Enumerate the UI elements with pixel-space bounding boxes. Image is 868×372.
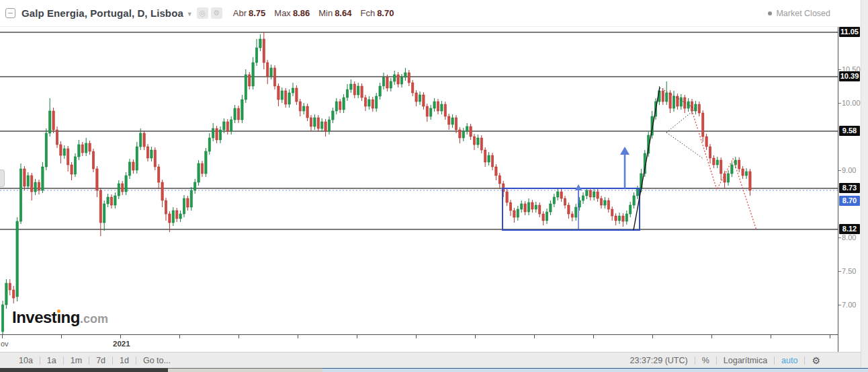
candle [480, 135, 482, 153]
candle [49, 98, 51, 137]
candle [60, 141, 62, 163]
candle [114, 192, 116, 209]
candle [546, 209, 548, 224]
candle [78, 140, 80, 160]
candle [314, 114, 316, 130]
candle [390, 78, 392, 91]
candle [531, 200, 533, 213]
range-button-goto[interactable]: Go to... [143, 356, 171, 365]
candle [684, 95, 686, 113]
candle [419, 91, 421, 105]
chevron-down-icon[interactable]: ▼ [187, 11, 193, 17]
symbol-title[interactable]: Galp Energia, Portugal, D, Lisboa [21, 7, 183, 19]
candle [521, 200, 523, 213]
range-button-1d[interactable]: 1d [120, 356, 129, 365]
candle [179, 211, 181, 222]
consolidation-box[interactable] [503, 188, 640, 230]
compare-icon[interactable]: ◎ [197, 7, 208, 19]
candle [506, 189, 508, 206]
candle [470, 124, 472, 140]
candle [412, 80, 414, 96]
candle [724, 171, 726, 188]
chart-plot-area[interactable]: Investıng.com [0, 27, 838, 334]
candle [622, 213, 624, 227]
candle [727, 170, 729, 186]
scale-toggle-[interactable]: % [702, 356, 709, 365]
dotted-trend-line [666, 133, 703, 159]
candle [382, 73, 384, 89]
candle [542, 211, 544, 225]
candle [477, 135, 479, 148]
candle [517, 206, 519, 221]
candlestick-chart[interactable] [0, 27, 838, 334]
price-tick-label: 9.00 [842, 166, 862, 174]
candle [103, 200, 105, 231]
candle [702, 110, 704, 142]
candle [509, 200, 511, 216]
candle [303, 103, 305, 114]
scrollbar-track[interactable] [861, 0, 868, 368]
candle [67, 146, 69, 172]
candle [745, 168, 747, 179]
candle [430, 105, 432, 120]
candle [426, 104, 428, 122]
ohlc-values: Abr8.75Max8.86Min8.64Fch8.70 [233, 8, 403, 18]
range-button-10a[interactable]: 10a [19, 356, 33, 365]
market-status-label: Market Closed [776, 9, 830, 18]
candle [597, 189, 599, 202]
drawing-toolbar-handle[interactable] [0, 170, 5, 187]
candle [234, 105, 236, 123]
candle [589, 188, 591, 200]
candle [564, 196, 566, 209]
time-axis[interactable]: ov2021 [0, 334, 838, 352]
candle [335, 98, 337, 114]
candle [107, 194, 109, 207]
scale-toggle-logartmica[interactable]: Logarítmica [724, 356, 767, 365]
candle [24, 166, 26, 190]
candle [219, 126, 221, 143]
candle [306, 104, 308, 121]
candle [194, 179, 196, 194]
candle [205, 148, 207, 177]
candle [288, 89, 290, 108]
candle [524, 201, 526, 215]
candle [332, 108, 334, 123]
collapse-icon[interactable] [5, 8, 15, 18]
candle [394, 71, 396, 85]
candle [96, 166, 98, 197]
candle [372, 97, 374, 112]
candle [81, 142, 83, 156]
price-line-badge: 11.05 [839, 27, 860, 37]
market-status: Market Closed [768, 9, 830, 18]
candle [560, 189, 562, 202]
candle [226, 119, 228, 135]
candle [738, 157, 740, 172]
small-up-arrow-icon [575, 184, 582, 190]
candle [267, 60, 269, 84]
candle [586, 188, 588, 199]
candle [143, 131, 145, 150]
scale-toggle-auto[interactable]: auto [781, 356, 797, 365]
candle [687, 98, 689, 112]
candle [38, 180, 40, 194]
range-button-1a[interactable]: 1a [47, 356, 56, 365]
candle [350, 79, 352, 93]
candle [85, 138, 87, 156]
candle [198, 160, 200, 186]
candle [321, 118, 323, 132]
candle [484, 147, 486, 167]
candle [408, 70, 410, 86]
ohlc-pair: Min8.64 [318, 8, 351, 18]
price-axis[interactable]: 10.5010.009.008.007.507.0011.0510.399.58… [838, 27, 861, 352]
candle [357, 83, 359, 98]
candle [491, 153, 493, 170]
candle [600, 196, 602, 209]
range-button-7d[interactable]: 7d [96, 356, 105, 365]
range-button-1m[interactable]: 1m [71, 356, 82, 365]
settings-icon[interactable]: ⚙ [211, 7, 222, 19]
clock-utc[interactable]: 23:37:29 (UTC) [630, 356, 688, 365]
candle [34, 179, 36, 195]
candle [720, 157, 722, 180]
candle [437, 99, 439, 114]
gear-icon[interactable]: ⚙ [812, 355, 820, 366]
